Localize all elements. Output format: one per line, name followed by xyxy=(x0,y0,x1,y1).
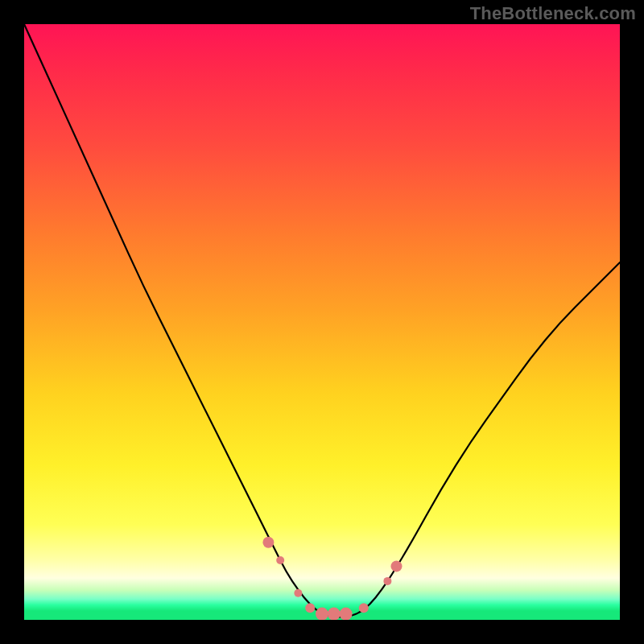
data-dot xyxy=(383,577,391,585)
data-dot xyxy=(359,603,369,613)
data-dots xyxy=(262,537,402,620)
bottleneck-curve xyxy=(24,24,620,617)
curve-svg xyxy=(24,24,620,620)
data-dot xyxy=(305,603,315,613)
data-dot xyxy=(340,608,353,620)
data-dot xyxy=(262,537,274,548)
plot-area xyxy=(24,24,620,620)
data-dot xyxy=(294,589,302,597)
data-dot xyxy=(276,556,284,564)
data-dot xyxy=(316,608,328,620)
chart-frame: TheBottleneck.com xyxy=(0,0,644,644)
data-dot xyxy=(391,560,402,572)
data-dot xyxy=(328,608,341,620)
watermark-text: TheBottleneck.com xyxy=(470,3,636,24)
